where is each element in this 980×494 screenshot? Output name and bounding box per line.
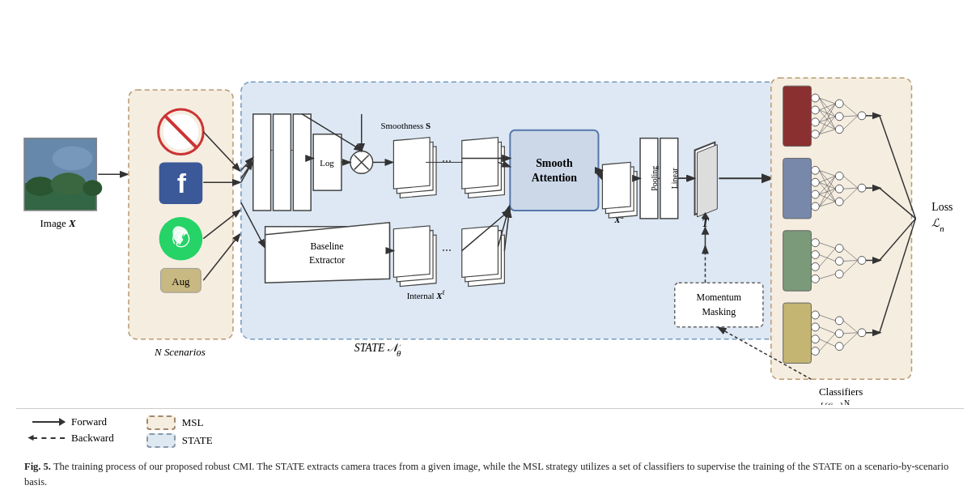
svg-rect-55 bbox=[602, 162, 630, 209]
svg-point-71 bbox=[811, 130, 819, 138]
dots-bottom: ··· bbox=[442, 244, 452, 258]
internal-label: Internal Xf bbox=[407, 288, 445, 300]
svg-point-69 bbox=[811, 106, 819, 114]
smooth-attention-label2: Attention bbox=[532, 172, 578, 184]
legend-msl: MSL bbox=[146, 415, 213, 430]
svg-point-123 bbox=[835, 258, 843, 266]
svg-point-68 bbox=[811, 94, 819, 102]
smoothness-label: Smoothness S bbox=[381, 121, 431, 130]
svg-rect-134 bbox=[783, 303, 812, 363]
image-label: Image X bbox=[40, 218, 76, 229]
svg-rect-117 bbox=[783, 231, 812, 291]
svg-point-73 bbox=[835, 113, 843, 121]
svg-rect-24 bbox=[293, 114, 311, 211]
svg-rect-67 bbox=[783, 86, 812, 146]
svg-point-70 bbox=[811, 118, 819, 126]
msl-label: MSL bbox=[182, 416, 204, 429]
svg-point-139 bbox=[835, 317, 843, 325]
svg-rect-155 bbox=[675, 283, 763, 327]
classifiers-sub: {𝒞φn}Nn=1 bbox=[820, 398, 863, 405]
n-scenarios-label: N Scenarios bbox=[154, 347, 206, 358]
legend-backward: Backward bbox=[32, 432, 114, 445]
svg-point-135 bbox=[811, 311, 819, 319]
legend: Forward Backward MSL STATE bbox=[16, 408, 964, 454]
fig-label: Fig. 5. bbox=[24, 461, 51, 472]
svg-rect-92 bbox=[783, 158, 812, 218]
aug-label: Aug bbox=[172, 276, 190, 287]
momentum-masking-label2: Masking bbox=[702, 306, 736, 317]
svg-point-140 bbox=[835, 330, 843, 338]
svg-point-121 bbox=[811, 275, 819, 283]
svg-marker-61 bbox=[698, 145, 718, 217]
svg-point-97 bbox=[835, 172, 843, 180]
momentum-masking-label: Momentum bbox=[697, 292, 742, 303]
dots-top: ··· bbox=[442, 155, 452, 168]
smooth-attention-label: Smooth bbox=[536, 157, 573, 169]
baseline-extractor-label2: Extractor bbox=[309, 254, 345, 266]
svg-point-119 bbox=[811, 251, 819, 259]
caption: Fig. 5. The training process of our prop… bbox=[16, 454, 964, 492]
log-label: Log bbox=[320, 158, 334, 168]
diagram-svg: Image X f ✆ Aug bbox=[16, 8, 964, 405]
svg-point-124 bbox=[835, 270, 843, 278]
loss-label: Loss bbox=[931, 201, 952, 213]
svg-point-138 bbox=[811, 347, 819, 356]
svg-rect-22 bbox=[253, 114, 271, 211]
svg-rect-47 bbox=[462, 226, 498, 277]
legend-col-1: Forward Backward bbox=[32, 415, 114, 448]
svg-point-125 bbox=[858, 257, 866, 265]
svg-point-120 bbox=[811, 262, 819, 270]
svg-point-96 bbox=[811, 202, 819, 211]
svg-point-100 bbox=[858, 184, 866, 192]
forward-label: Forward bbox=[71, 415, 107, 428]
svg-rect-33 bbox=[393, 138, 430, 189]
svg-point-122 bbox=[835, 245, 843, 253]
svg-point-118 bbox=[811, 239, 819, 247]
svg-point-3 bbox=[53, 147, 93, 171]
legend-col-2: MSL STATE bbox=[146, 415, 213, 448]
svg-point-95 bbox=[811, 190, 819, 198]
loss-sub: ℒn bbox=[931, 217, 944, 233]
svg-point-141 bbox=[835, 343, 843, 351]
svg-point-6 bbox=[83, 180, 102, 196]
msl-box-icon bbox=[146, 415, 176, 430]
linear-label: Linear bbox=[670, 168, 679, 190]
svg-point-4 bbox=[26, 177, 55, 196]
svg-point-94 bbox=[811, 178, 819, 186]
svg-rect-23 bbox=[274, 114, 291, 211]
svg-point-99 bbox=[835, 198, 843, 206]
baseline-extractor-label: Baseline bbox=[311, 241, 344, 252]
caption-text: The training process of our proposed rob… bbox=[24, 461, 948, 488]
svg-point-93 bbox=[811, 166, 819, 174]
svg-point-72 bbox=[835, 100, 843, 108]
pooling-label: Pooling bbox=[650, 166, 659, 191]
state-label: STATE 𝒩θ bbox=[354, 342, 401, 358]
svg-point-137 bbox=[811, 335, 819, 343]
forward-arrow-icon bbox=[32, 421, 65, 423]
svg-point-98 bbox=[835, 185, 843, 193]
svg-text:f: f bbox=[177, 168, 187, 198]
svg-point-74 bbox=[835, 126, 843, 134]
svg-point-5 bbox=[51, 172, 87, 195]
legend-forward: Forward bbox=[32, 415, 114, 428]
legend-state: STATE bbox=[146, 433, 213, 448]
diagram-area: Image X f ✆ Aug bbox=[16, 8, 964, 405]
classifiers-label: Classifiers bbox=[819, 386, 863, 398]
svg-point-136 bbox=[811, 323, 819, 331]
svg-point-75 bbox=[858, 112, 866, 120]
svg-point-142 bbox=[858, 329, 866, 337]
state-box-icon bbox=[146, 433, 176, 448]
svg-rect-44 bbox=[393, 226, 430, 277]
svg-rect-37 bbox=[510, 130, 598, 211]
svg-rect-36 bbox=[462, 138, 498, 189]
main-container: Image X f ✆ Aug bbox=[0, 0, 980, 494]
backward-label: Backward bbox=[71, 432, 114, 445]
backward-arrow-icon bbox=[32, 437, 65, 439]
state-legend-label: STATE bbox=[182, 434, 213, 447]
